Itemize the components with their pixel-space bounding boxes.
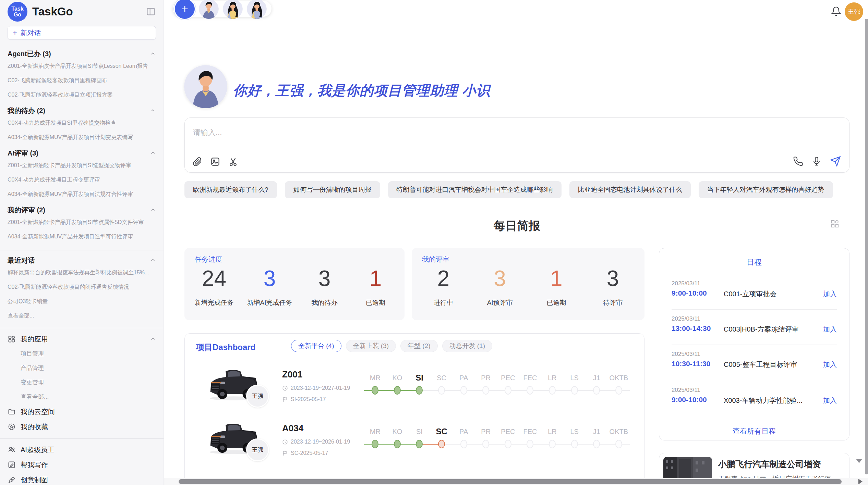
- user-avatar[interactable]: 王强: [845, 2, 863, 21]
- join-link[interactable]: 加入: [823, 325, 837, 334]
- suggestion-chip[interactable]: 特朗普可能对进口汽车增税会对中国车企造成哪些影响: [388, 181, 562, 198]
- schedule-name: C005-整车工程目标评审: [724, 360, 797, 369]
- milestone-si: SI: [408, 426, 431, 451]
- stat-in-progress: 2进行中: [424, 267, 462, 307]
- tab-all-new-platform[interactable]: 全新平台 (4): [291, 340, 341, 352]
- list-item[interactable]: Z001-全新燃油轻卡产品开发项目SI造型提交物评审: [0, 158, 164, 173]
- vertical-scrollbar-thumb[interactable]: [865, 19, 868, 474]
- news-title: 小鹏飞行汽车制造公司增资: [718, 459, 821, 470]
- list-item[interactable]: A034-全新新能源MUV产品开发项目法规符合性评审: [0, 187, 164, 201]
- view-all-schedule-link[interactable]: 查看所有日程: [659, 426, 849, 436]
- avatar[interactable]: [199, 0, 219, 19]
- view-all-recent[interactable]: 查看全部...: [0, 309, 164, 323]
- tab-new-body[interactable]: 全新上装 (3): [346, 340, 396, 352]
- folder-icon: [8, 408, 16, 416]
- project-dashboard-card: 项目Dashboard 全新平台 (4) 全新上装 (3) 年型 (2) 动总开…: [184, 333, 644, 485]
- chat-input[interactable]: [193, 128, 841, 137]
- phone-icon[interactable]: [793, 156, 803, 166]
- join-link[interactable]: 加入: [823, 289, 837, 299]
- people-icon: [8, 446, 16, 454]
- new-chat-button[interactable]: + 新对话: [8, 26, 156, 40]
- milestone-track: MRKOSISCPAPRPECFECLRLSJ1OKTB: [364, 372, 630, 397]
- suggestion-chips: 欧洲新规最近颁布了什么? 如何写一份清晰的项目周报 特朗普可能对进口汽车增税会对…: [184, 181, 849, 198]
- section-header-agent-done[interactable]: Agent已办 (3): [0, 49, 164, 59]
- list-item[interactable]: A034-全新新能源MUV产品开发项目计划变更表编写: [0, 130, 164, 145]
- section-header-ai-review[interactable]: AI评审 (3): [0, 148, 164, 158]
- send-icon[interactable]: [830, 156, 841, 167]
- dashboard-title: 项目Dashboard: [196, 342, 255, 353]
- microphone-icon[interactable]: [811, 156, 822, 166]
- stat-value: 3: [481, 267, 519, 290]
- sidebar-item-project-mgmt[interactable]: 项目管理: [0, 347, 164, 361]
- project-row[interactable]: 王强 A034 2023-12-19~2026-01-19 SC-2025-05…: [185, 417, 644, 471]
- sidebar-item-product-mgmt[interactable]: 产品管理: [0, 361, 164, 375]
- stat-label: 已逾期: [357, 298, 394, 307]
- sidebar-item-favorites[interactable]: 我的收藏: [0, 419, 164, 434]
- list-item[interactable]: C02-飞腾新能源轻客改款项目里程碑画布: [0, 73, 164, 88]
- milestone-pr: PR: [475, 426, 497, 451]
- scroll-right-arrow[interactable]: [858, 479, 863, 484]
- sidebar-collapse-icon[interactable]: [146, 7, 156, 16]
- scroll-down-indicator[interactable]: [856, 459, 862, 463]
- list-item[interactable]: Z001-全新燃油轻卡产品开发项目SI节点属性5D文件评审: [0, 215, 164, 229]
- view-all-apps[interactable]: 查看全部...: [0, 390, 164, 404]
- image-icon[interactable]: [210, 157, 220, 167]
- avatar[interactable]: [223, 0, 243, 19]
- chevron-up-icon: [150, 51, 156, 57]
- attachment-icon[interactable]: [192, 157, 203, 167]
- sidebar-item-cloud-space[interactable]: 我的云空间: [0, 404, 164, 419]
- schedule-time: 9:00-10:00: [672, 289, 707, 297]
- sidebar-item-ai-super-staff[interactable]: AI超级员工: [0, 442, 164, 457]
- sidebar-item-label: 我的收藏: [21, 422, 48, 432]
- section-header-my-todo[interactable]: 我的待办 (2): [0, 105, 164, 116]
- section-header-my-review[interactable]: 我的评审 (2): [0, 205, 164, 215]
- milestone-mr: MR: [364, 372, 386, 397]
- avatar[interactable]: [247, 0, 267, 19]
- notification-bell-icon[interactable]: [831, 6, 841, 16]
- chevron-up-icon: [150, 257, 156, 263]
- stat-pending-review: 3待评审: [594, 267, 632, 307]
- project-row[interactable]: 王强 Z001 2023-12-19~2027-01-19 SI-2025-05…: [185, 363, 644, 417]
- date-range: 2023-12-19~2027-01-19: [291, 385, 350, 391]
- new-session-button[interactable]: +: [175, 0, 195, 19]
- tab-year-model[interactable]: 年型 (2): [400, 340, 438, 352]
- section-header-recent[interactable]: 最近对话: [0, 255, 164, 265]
- layout-grid-icon[interactable]: [830, 219, 840, 228]
- list-item[interactable]: C0X4-动力总成开发项目SI里程碑提交物检查: [0, 116, 164, 130]
- suggestion-chip[interactable]: 当下年轻人对汽车外观有怎样的喜好趋势: [699, 181, 833, 198]
- composer-right-tools: [793, 156, 841, 167]
- milestone-sc: SC: [431, 426, 453, 451]
- stat-value: 24: [195, 267, 234, 290]
- list-item[interactable]: 解释最新出台的欧盟报废车法规再生塑料比例被调至15%...: [0, 265, 164, 280]
- scissors-icon[interactable]: [228, 157, 238, 167]
- list-item[interactable]: C0X4-动力总成开发项目工程变更评审: [0, 173, 164, 187]
- milestone-pec: PEC: [497, 372, 519, 397]
- stat-ai-prereview: 3AI预评审: [481, 267, 519, 307]
- list-item[interactable]: 公司Q3轻卡销量: [0, 294, 164, 309]
- milestone-oktb: OKTB: [608, 426, 630, 451]
- sidebar-item-my-apps[interactable]: 我的应用: [0, 332, 164, 347]
- stat-my-todo: 3我的待办: [305, 267, 343, 307]
- app-logo: Task Go: [8, 2, 27, 22]
- owner-badge: 王强: [246, 385, 269, 408]
- section-title: AI评审 (3): [8, 149, 38, 158]
- join-link[interactable]: 加入: [823, 360, 837, 369]
- project-flag-milestone: SC-2025-05-17: [282, 450, 328, 456]
- schedule-name: C001-立项审批会: [724, 289, 776, 299]
- suggestion-chip[interactable]: 比亚迪全固态电池计划具体说了什么: [569, 181, 691, 198]
- sidebar-item-help-write[interactable]: 帮我写作: [0, 457, 164, 472]
- list-item[interactable]: C02-飞腾新能源轻客改款项目的闭环通告反馈情况: [0, 280, 164, 294]
- milestone-sc: SC: [431, 372, 453, 397]
- section-recent: 最近对话 解释最新出台的欧盟报废车法规再生塑料比例被调至15%... C02-飞…: [0, 255, 164, 323]
- tab-powertrain[interactable]: 动总开发 (1): [442, 340, 493, 352]
- list-item[interactable]: A034-全新新能源MUV产品开发项目造型可行性评审: [0, 229, 164, 244]
- join-link[interactable]: 加入: [823, 396, 837, 405]
- suggestion-chip[interactable]: 如何写一份清晰的项目周报: [285, 181, 380, 198]
- horizontal-scrollbar-thumb[interactable]: [179, 479, 842, 484]
- milestone-mr: MR: [364, 426, 386, 451]
- list-item[interactable]: Z001-全新燃油皮卡产品开发项目SI节点Lesson Learn报告: [0, 59, 164, 73]
- suggestion-chip[interactable]: 欧洲新规最近颁布了什么?: [184, 181, 277, 198]
- list-item[interactable]: C02-飞腾新能源轻客改款项目立项汇报方案: [0, 88, 164, 102]
- sidebar-item-change-mgmt[interactable]: 变更管理: [0, 375, 164, 390]
- sidebar-item-creative-draw[interactable]: 创意制图: [0, 472, 164, 485]
